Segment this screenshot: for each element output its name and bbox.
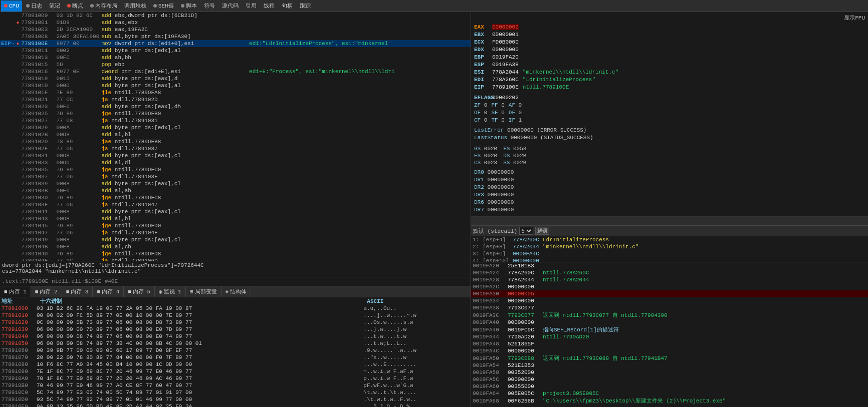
memory-row[interactable]: 77891030 06 00 08 00 00 7D 89 77 06 00 0… — [0, 326, 471, 333]
st-val[interactable]: 00000000 — [506, 297, 541, 304]
stack-row[interactable]: 0019FA5C 00000000 — [471, 376, 868, 383]
cs-seg[interactable]: CS 0023 — [474, 160, 497, 166]
gs-seg[interactable]: GS 002B — [474, 146, 497, 152]
st-val[interactable]: 00000000 — [506, 283, 541, 290]
toolbar-item-bp[interactable]: 断点 — [64, 1, 86, 12]
disasm-row[interactable]: 7789104300D8add al,bl — [0, 215, 471, 222]
tab-memory1[interactable]: ■ 内存 1 — [0, 286, 31, 297]
cs-func[interactable] — [541, 257, 868, 262]
stack-row[interactable]: 0019FA48 5261865F — [471, 340, 868, 347]
disasm-row[interactable]: 778910410008add byte ptr ds:[eax],cl — [0, 208, 471, 215]
disasm-row[interactable]: 778910257D 89jge ntdll.7789OFB0 — [0, 110, 471, 117]
reg-value[interactable]: 00000000 — [492, 47, 519, 53]
memory-row[interactable]: 778910C0 5C 74 89 77 E3 03 74 00 5C 74 8… — [0, 389, 471, 396]
reg-value[interactable]: 0019FA20 — [492, 54, 519, 60]
disasm-row[interactable]: 7789102F77 06ja ntdll.77891037 — [0, 145, 471, 152]
stack-row[interactable]: 0019FA40 0019FC9C 指向SEH_Record[1]的描述符 — [471, 326, 868, 333]
memory-area[interactable]: 地址 十六进制 ASCII 77891000 03 1D B2 6C 2C FA… — [0, 297, 471, 407]
disasm-row[interactable]: 778910155Dpop ebp — [0, 61, 471, 68]
tab-memory4[interactable]: ■ 内存 4 — [93, 286, 124, 297]
ss-seg[interactable]: SS 002B — [503, 160, 526, 166]
es-seg[interactable]: ES 002B — [474, 153, 497, 159]
st-val[interactable]: 0019FC9C — [506, 326, 541, 333]
toolbar-item-memlayout[interactable]: 内存布局 — [87, 1, 120, 12]
st-val[interactable]: 00F6266B — [506, 397, 541, 404]
toolbar-item-note[interactable]: 笔记 — [46, 1, 63, 12]
st-val[interactable]: 25E1B1B3 — [506, 262, 541, 269]
if-flag[interactable]: IF 1 — [509, 117, 522, 123]
st-val[interactable]: 00000000 — [506, 347, 541, 354]
tab-struct[interactable]: ❖ 结构体 — [222, 286, 252, 297]
reg-value[interactable]: 00000001 — [492, 32, 519, 38]
tab-memory3[interactable]: ■ 内存 3 — [62, 286, 93, 297]
stack-row[interactable]: 0019FA2C 00000000 — [471, 283, 868, 290]
ds-seg[interactable]: DS 002B — [503, 153, 526, 159]
disasm-row[interactable]: 778910357D 89jge ntdll.7789OFC0 — [0, 166, 471, 173]
disasm-row[interactable]: ●7789100101D8add eax,ebx — [0, 19, 471, 26]
tab-locals[interactable]: ⊞ 局部变量 — [186, 286, 222, 297]
cs-addr[interactable]: 00000000 — [511, 257, 541, 262]
stack-row[interactable]: 0019FA64 005E005C project3.005E005C — [471, 390, 868, 397]
disasm-scroll[interactable]: 7789100003 1D B2 6Cadd ebx,dword ptr ds:… — [0, 12, 471, 261]
dreg-value[interactable]: 00000000 — [487, 199, 514, 205]
stack-row[interactable]: 0019FA24 778A260C ntdll.778A260C — [471, 269, 868, 276]
tab-memory2[interactable]: ■ 内存 2 — [31, 286, 62, 297]
callstack-row[interactable]: 1: [esp+4] 778A260C LdrInitializeProcess — [471, 236, 868, 243]
st-val[interactable]: 00000000 — [506, 319, 541, 326]
dreg-value[interactable]: 00000000 — [487, 177, 514, 183]
disasm-row[interactable]: 7789102B00D8add al,bl — [0, 131, 471, 138]
toolbar-item-script[interactable]: 脚本 — [178, 1, 200, 12]
disasm-row[interactable]: 778910110002add byte ptr ds:[edx],al — [0, 47, 471, 54]
memory-row[interactable]: 77891000 03 1D B2 6C 2C FA 19 00 77 2A 0… — [0, 305, 471, 312]
st-val[interactable]: 7793C088 — [506, 354, 541, 362]
disasm-row[interactable]: 7789101D0000add byte ptr ds:[eax],al — [0, 82, 471, 89]
stack-row[interactable]: 0019FA68 00F6266B "C:\\Users\\fpm23\\Des… — [471, 397, 868, 404]
memory-row[interactable]: 778910D0 03 5C 74 89 77 92 74 89 77 01 0… — [0, 396, 471, 403]
zf-flag[interactable]: ZF 0 — [474, 102, 487, 108]
cs-addr[interactable]: 778A260C — [511, 236, 541, 243]
disasm-row[interactable]: 7789101300FCadd ah,bh — [0, 54, 471, 61]
cs-addr[interactable]: 778A2044 — [511, 243, 541, 250]
stack-row[interactable]: 0019FA30 00000005 — [471, 290, 868, 297]
toolbar-item-trace[interactable]: 跟踪 — [297, 1, 314, 12]
cs-addr[interactable]: 0000FA4C — [511, 250, 541, 257]
disasm-row[interactable]: 7789102300F0add byte ptr ds:[eax],dh — [0, 103, 471, 110]
memory-row[interactable]: 778910B0 70 46 99 77 E0 46 99 77 A0 CE 8… — [0, 382, 471, 389]
disasm-row[interactable]: 7789103D7D 89jge ntdll.7789OFC8 — [0, 194, 471, 201]
disasm-row[interactable]: 7789102D73 89jae ntdll.7789OFB8 — [0, 138, 471, 145]
stack-row[interactable]: 0019FA54 521E1B53 — [471, 362, 868, 369]
disasm-row[interactable]: 7789104F77 1Cja ntdll.7789106D — [0, 257, 471, 261]
disasm-row[interactable]: 7789101F7E 89jle ntdll.7789OFA8 — [0, 89, 471, 96]
reg-value[interactable]: 778A2044 — [492, 69, 519, 75]
dreg-value[interactable]: 00000000 — [487, 184, 514, 190]
stack-row[interactable]: 0019FA44 7790AD20 ntdll.7790AD20 — [471, 333, 868, 340]
memory-row[interactable]: 778910E0 9A 8B 13 35 96 5D BD 4F 8E 2D A… — [0, 403, 471, 407]
callstack-row[interactable]: 2: [esp+8] 778A2044 "minkernel\\ntdll\\l… — [471, 243, 868, 250]
disasm-row[interactable]: 7789103F77 06ja ntdll.77891047 — [0, 201, 471, 208]
toolbar-item-ref[interactable]: 引用 — [243, 1, 260, 12]
memory-row[interactable]: 77891010 00 00 02 00 FC 5D 89 77 0E 00 1… — [0, 312, 471, 319]
st-val[interactable]: 005E005C — [506, 390, 541, 397]
toolbar-item-callstack[interactable]: 调用堆栈 — [121, 1, 149, 12]
dreg-value[interactable]: 00000000 — [487, 207, 514, 213]
fs-seg[interactable]: FS 0053 — [503, 146, 526, 152]
st-val[interactable]: 7793C077 — [506, 304, 541, 311]
disasm-row[interactable]: 7789103300D0add al,dl — [0, 159, 471, 166]
disasm-row[interactable]: 778910457D 89jge ntdll.7789OFD0 — [0, 222, 471, 229]
stack-row[interactable]: 0019FA34 00000000 — [471, 297, 868, 304]
disasm-row[interactable]: 7789102177 0Cja ntdll.7789102D — [0, 96, 471, 103]
toolbar-item-cpu[interactable]: CPU — [1, 1, 22, 12]
of-flag[interactable]: OF 0 — [474, 110, 487, 116]
stack-scroll[interactable]: 0019FA20 25E1B1B3 0019FA24 778A260C ntdl… — [471, 262, 868, 407]
stack-row[interactable]: 0019FA3C 7793C077 返回到 ntdll.7793C077 自 n… — [471, 311, 868, 319]
callstack-unlock-button[interactable]: 解锁 — [535, 227, 549, 235]
dreg-value[interactable]: 00000000 — [487, 169, 514, 175]
disasm-row[interactable]: 7789102777 08ja ntdll.77891031 — [0, 117, 471, 124]
af-flag[interactable]: AF 0 — [509, 102, 522, 108]
st-val[interactable]: 7793C077 — [506, 311, 541, 319]
stack-row[interactable]: 0019FA4C 00000000 — [471, 347, 868, 354]
disasm-row[interactable]: 778910490008add byte ptr ds:[eax],cl — [0, 236, 471, 243]
st-val[interactable]: 00355000 — [506, 383, 541, 390]
stack-row[interactable]: 0019FA58 00352000 — [471, 369, 868, 376]
toolbar-item-handle[interactable]: 句柄 — [279, 1, 296, 12]
